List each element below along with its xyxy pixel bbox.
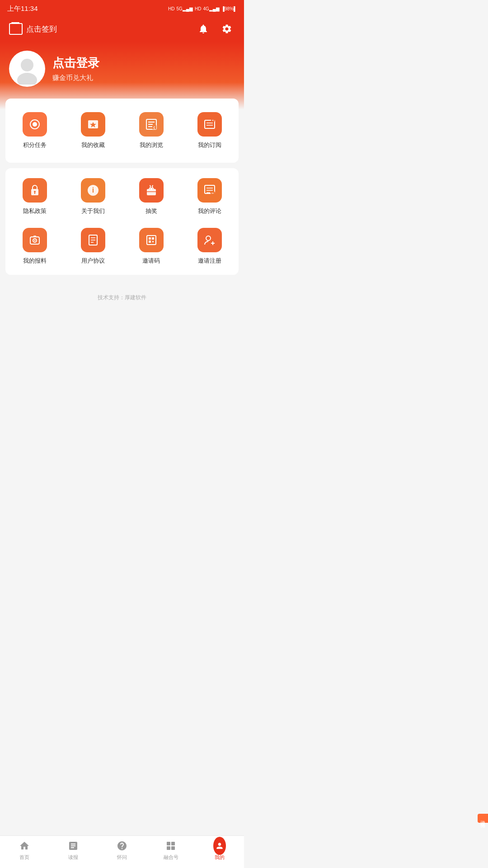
menu-grid-1: 积分任务 我的收藏 ₵ 我的浏 xyxy=(5,106,239,156)
menu-card-1: 积分任务 我的收藏 ₵ 我的浏 xyxy=(5,99,239,163)
top-bar: 点击签到 xyxy=(0,16,244,42)
agreement-icon-wrap xyxy=(81,228,105,252)
menu-label-points: 积分任务 xyxy=(23,141,47,149)
menu-label-subscribe: 我的订阅 xyxy=(198,141,221,149)
menu-item-lottery[interactable]: 抽奖 xyxy=(122,172,180,222)
report-icon-wrap xyxy=(23,228,47,252)
invreg-icon xyxy=(203,233,216,247)
menu-item-invreg[interactable]: 邀请注册 xyxy=(180,222,239,271)
svg-point-45 xyxy=(206,236,211,241)
menu-item-privacy[interactable]: 隐私政策 xyxy=(5,172,64,222)
footer-text: 技术支持：厚建软件 xyxy=(0,280,244,311)
report-icon xyxy=(28,233,42,247)
svg-point-1 xyxy=(17,73,37,85)
gear-icon xyxy=(221,24,232,34)
menu-label-collect: 我的收藏 xyxy=(81,141,105,149)
avatar-image xyxy=(11,53,43,85)
notification-button[interactable] xyxy=(195,21,211,37)
lottery-icon xyxy=(145,184,158,197)
collect-icon-wrap xyxy=(81,112,105,137)
comment-icon: ✏ xyxy=(203,184,216,197)
svg-rect-42 xyxy=(152,237,154,240)
invcode-icon xyxy=(145,233,158,247)
svg-text:₵: ₵ xyxy=(153,126,155,130)
status-time: 上午11:34 xyxy=(7,5,38,13)
about-icon-wrap: i xyxy=(81,178,105,203)
menu-label-privacy: 隐私政策 xyxy=(23,207,47,215)
footer-support: 技术支持：厚建软件 xyxy=(98,294,146,301)
svg-rect-44 xyxy=(152,241,154,242)
signal-5g: 5G▂▄▆ xyxy=(176,6,192,11)
svg-rect-35 xyxy=(33,236,36,237)
profile-info[interactable]: 点击登录 赚金币兑大礼 xyxy=(52,55,99,82)
menu-item-collect[interactable]: 我的收藏 xyxy=(64,106,122,156)
subscribe-icon: + xyxy=(203,118,216,131)
login-text: 点击登录 xyxy=(52,55,99,71)
menu-item-points[interactable]: 积分任务 xyxy=(5,106,64,156)
invcode-icon-wrap xyxy=(139,228,164,252)
browse-icon: ₵ xyxy=(145,118,158,131)
menu-item-browse[interactable]: ₵ 我的浏览 xyxy=(122,106,180,156)
points-icon-wrap xyxy=(23,112,47,137)
privacy-icon xyxy=(28,184,42,197)
top-bar-right xyxy=(195,21,235,37)
avatar[interactable] xyxy=(9,51,45,87)
svg-point-3 xyxy=(33,122,37,127)
comment-icon-wrap: ✏ xyxy=(197,178,222,203)
bell-icon xyxy=(198,24,209,34)
menu-label-lottery: 抽奖 xyxy=(145,207,157,215)
menu-label-report: 我的报料 xyxy=(23,257,47,265)
svg-rect-22 xyxy=(147,189,156,195)
invreg-icon-wrap xyxy=(197,228,222,252)
profile-subtext: 赚金币兑大礼 xyxy=(52,74,99,82)
menu-item-report[interactable]: 我的报料 xyxy=(5,222,64,271)
status-bar: 上午11:34 HD 5G▂▄▆ HD 4G▂▄▆ ▐98%▌ xyxy=(0,0,244,16)
menu-label-invcode: 邀请码 xyxy=(142,257,160,265)
battery-indicator: ▐98%▌ xyxy=(221,6,237,11)
browse-icon-wrap: ₵ xyxy=(139,112,164,137)
bottom-spacer xyxy=(0,311,244,347)
svg-text:i: i xyxy=(92,186,94,194)
svg-point-25 xyxy=(150,187,152,188)
menu-label-browse: 我的浏览 xyxy=(140,141,163,149)
menu-item-subscribe[interactable]: + 我的订阅 xyxy=(180,106,239,156)
menu-label-agreement: 用户协议 xyxy=(81,257,105,265)
svg-point-34 xyxy=(34,240,35,241)
svg-point-0 xyxy=(21,59,33,71)
calendar-icon xyxy=(9,23,23,35)
menu-item-comment[interactable]: ✏ 我的评论 xyxy=(180,172,239,222)
checkin-button[interactable]: 点击签到 xyxy=(9,23,57,35)
menu-label-comment: 我的评论 xyxy=(198,207,221,215)
status-icons: HD 5G▂▄▆ HD 4G▂▄▆ ▐98%▌ xyxy=(168,6,237,11)
checkin-label: 点击签到 xyxy=(26,24,57,34)
svg-text:+: + xyxy=(211,119,213,122)
svg-rect-41 xyxy=(149,237,151,240)
hd-indicator: HD xyxy=(195,6,201,11)
agreement-icon xyxy=(86,233,100,247)
about-icon: i xyxy=(86,184,100,197)
menu-item-agreement[interactable]: 用户协议 xyxy=(64,222,122,271)
menu-label-about: 关于我们 xyxy=(81,207,105,215)
menu-item-about[interactable]: i 关于我们 xyxy=(64,172,122,222)
privacy-icon-wrap xyxy=(23,178,47,203)
collect-icon xyxy=(86,118,100,131)
subscribe-icon-wrap: + xyxy=(197,112,222,137)
signal-4g: 4G▂▄▆ xyxy=(203,6,219,11)
svg-rect-43 xyxy=(149,241,151,243)
points-icon xyxy=(28,118,42,131)
svg-rect-40 xyxy=(147,236,156,245)
settings-button[interactable] xyxy=(219,21,235,37)
network-indicator: HD xyxy=(168,6,174,11)
svg-point-18 xyxy=(34,191,36,193)
menu-item-invcode[interactable]: 邀请码 xyxy=(122,222,180,271)
menu-card-2: 隐私政策 i 关于我们 xyxy=(5,168,239,275)
menu-label-invreg: 邀请注册 xyxy=(198,257,221,265)
lottery-icon-wrap xyxy=(139,178,164,203)
menu-grid-2: 隐私政策 i 关于我们 xyxy=(5,172,239,271)
svg-text:✏: ✏ xyxy=(211,192,214,195)
